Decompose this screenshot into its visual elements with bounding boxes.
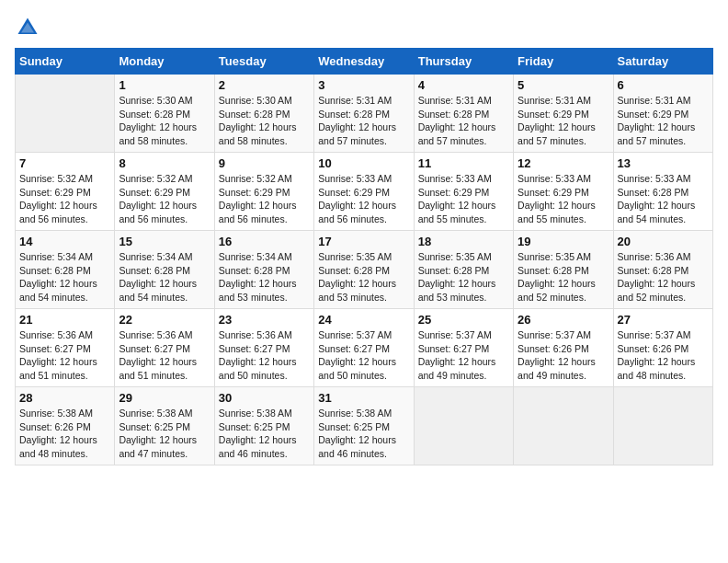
day-number: 22 bbox=[119, 313, 210, 327]
day-number: 24 bbox=[318, 313, 409, 327]
cell-info: Sunrise: 5:35 AM Sunset: 6:28 PM Dayligh… bbox=[318, 250, 409, 304]
logo-icon bbox=[15, 15, 40, 40]
day-number: 20 bbox=[618, 235, 709, 248]
cell-info: Sunrise: 5:31 AM Sunset: 6:29 PM Dayligh… bbox=[518, 94, 609, 148]
calendar-cell: 22Sunrise: 5:36 AM Sunset: 6:27 PM Dayli… bbox=[115, 309, 214, 387]
week-row-4: 21Sunrise: 5:36 AM Sunset: 6:27 PM Dayli… bbox=[16, 309, 713, 387]
logo bbox=[15, 15, 44, 40]
header-row: SundayMondayTuesdayWednesdayThursdayFrid… bbox=[16, 49, 713, 75]
day-number: 30 bbox=[219, 391, 310, 405]
calendar-cell: 15Sunrise: 5:34 AM Sunset: 6:28 PM Dayli… bbox=[115, 231, 214, 309]
day-number: 18 bbox=[418, 235, 509, 248]
calendar-cell: 25Sunrise: 5:37 AM Sunset: 6:27 PM Dayli… bbox=[414, 309, 513, 387]
day-number: 3 bbox=[318, 78, 409, 92]
week-row-1: 1Sunrise: 5:30 AM Sunset: 6:28 PM Daylig… bbox=[16, 75, 713, 153]
day-number: 15 bbox=[119, 235, 210, 248]
cell-info: Sunrise: 5:34 AM Sunset: 6:28 PM Dayligh… bbox=[19, 250, 110, 304]
week-row-5: 28Sunrise: 5:38 AM Sunset: 6:26 PM Dayli… bbox=[16, 387, 713, 465]
cell-info: Sunrise: 5:33 AM Sunset: 6:29 PM Dayligh… bbox=[418, 172, 509, 226]
day-number: 11 bbox=[418, 156, 509, 170]
day-number: 14 bbox=[19, 235, 110, 248]
day-header-tuesday: Tuesday bbox=[214, 49, 313, 75]
cell-info: Sunrise: 5:37 AM Sunset: 6:26 PM Dayligh… bbox=[518, 328, 609, 383]
calendar-cell bbox=[613, 387, 712, 465]
cell-info: Sunrise: 5:36 AM Sunset: 6:27 PM Dayligh… bbox=[19, 328, 110, 383]
day-header-saturday: Saturday bbox=[613, 49, 712, 75]
page-header bbox=[15, 15, 713, 40]
calendar-cell: 28Sunrise: 5:38 AM Sunset: 6:26 PM Dayli… bbox=[16, 387, 115, 465]
calendar-cell: 14Sunrise: 5:34 AM Sunset: 6:28 PM Dayli… bbox=[16, 231, 115, 309]
cell-info: Sunrise: 5:36 AM Sunset: 6:27 PM Dayligh… bbox=[119, 328, 210, 383]
cell-info: Sunrise: 5:37 AM Sunset: 6:26 PM Dayligh… bbox=[618, 328, 709, 383]
calendar-cell: 23Sunrise: 5:36 AM Sunset: 6:27 PM Dayli… bbox=[214, 309, 313, 387]
calendar-cell: 18Sunrise: 5:35 AM Sunset: 6:28 PM Dayli… bbox=[414, 231, 513, 309]
day-header-friday: Friday bbox=[514, 49, 613, 75]
calendar-cell: 7Sunrise: 5:32 AM Sunset: 6:29 PM Daylig… bbox=[16, 153, 115, 231]
cell-info: Sunrise: 5:32 AM Sunset: 6:29 PM Dayligh… bbox=[119, 172, 210, 226]
cell-info: Sunrise: 5:37 AM Sunset: 6:27 PM Dayligh… bbox=[318, 328, 409, 383]
cell-info: Sunrise: 5:31 AM Sunset: 6:28 PM Dayligh… bbox=[318, 94, 409, 148]
calendar-cell: 4Sunrise: 5:31 AM Sunset: 6:28 PM Daylig… bbox=[414, 75, 513, 153]
calendar-cell: 21Sunrise: 5:36 AM Sunset: 6:27 PM Dayli… bbox=[16, 309, 115, 387]
calendar-cell: 12Sunrise: 5:33 AM Sunset: 6:29 PM Dayli… bbox=[514, 153, 613, 231]
cell-info: Sunrise: 5:35 AM Sunset: 6:28 PM Dayligh… bbox=[418, 250, 509, 304]
calendar-cell: 16Sunrise: 5:34 AM Sunset: 6:28 PM Dayli… bbox=[214, 231, 313, 309]
day-number: 13 bbox=[618, 156, 709, 170]
calendar-cell: 9Sunrise: 5:32 AM Sunset: 6:29 PM Daylig… bbox=[214, 153, 313, 231]
cell-info: Sunrise: 5:37 AM Sunset: 6:27 PM Dayligh… bbox=[418, 328, 509, 383]
calendar-cell: 5Sunrise: 5:31 AM Sunset: 6:29 PM Daylig… bbox=[514, 75, 613, 153]
day-number: 28 bbox=[19, 391, 110, 405]
calendar-cell: 8Sunrise: 5:32 AM Sunset: 6:29 PM Daylig… bbox=[115, 153, 214, 231]
day-number: 31 bbox=[318, 391, 409, 405]
cell-info: Sunrise: 5:33 AM Sunset: 6:29 PM Dayligh… bbox=[318, 172, 409, 226]
calendar-cell: 27Sunrise: 5:37 AM Sunset: 6:26 PM Dayli… bbox=[613, 309, 712, 387]
calendar-cell: 20Sunrise: 5:36 AM Sunset: 6:28 PM Dayli… bbox=[613, 231, 712, 309]
calendar-cell: 24Sunrise: 5:37 AM Sunset: 6:27 PM Dayli… bbox=[314, 309, 414, 387]
cell-info: Sunrise: 5:38 AM Sunset: 6:25 PM Dayligh… bbox=[119, 407, 210, 461]
day-number: 8 bbox=[119, 156, 210, 170]
day-header-wednesday: Wednesday bbox=[314, 49, 414, 75]
day-number: 6 bbox=[618, 78, 709, 92]
calendar-cell bbox=[16, 75, 115, 153]
week-row-3: 14Sunrise: 5:34 AM Sunset: 6:28 PM Dayli… bbox=[16, 231, 713, 309]
day-number: 12 bbox=[518, 156, 609, 170]
day-number: 4 bbox=[418, 78, 509, 92]
calendar-cell: 11Sunrise: 5:33 AM Sunset: 6:29 PM Dayli… bbox=[414, 153, 513, 231]
cell-info: Sunrise: 5:38 AM Sunset: 6:25 PM Dayligh… bbox=[219, 407, 310, 461]
cell-info: Sunrise: 5:34 AM Sunset: 6:28 PM Dayligh… bbox=[119, 250, 210, 304]
day-number: 7 bbox=[19, 156, 110, 170]
cell-info: Sunrise: 5:38 AM Sunset: 6:26 PM Dayligh… bbox=[19, 407, 110, 461]
day-header-sunday: Sunday bbox=[16, 49, 115, 75]
calendar-cell: 3Sunrise: 5:31 AM Sunset: 6:28 PM Daylig… bbox=[314, 75, 414, 153]
day-number: 27 bbox=[618, 313, 709, 327]
cell-info: Sunrise: 5:32 AM Sunset: 6:29 PM Dayligh… bbox=[19, 172, 110, 226]
cell-info: Sunrise: 5:31 AM Sunset: 6:28 PM Dayligh… bbox=[418, 94, 509, 148]
calendar-cell: 31Sunrise: 5:38 AM Sunset: 6:25 PM Dayli… bbox=[314, 387, 414, 465]
cell-info: Sunrise: 5:36 AM Sunset: 6:27 PM Dayligh… bbox=[219, 328, 310, 383]
cell-info: Sunrise: 5:33 AM Sunset: 6:28 PM Dayligh… bbox=[618, 172, 709, 226]
day-number: 10 bbox=[318, 156, 409, 170]
calendar-cell: 1Sunrise: 5:30 AM Sunset: 6:28 PM Daylig… bbox=[115, 75, 214, 153]
day-number: 9 bbox=[219, 156, 310, 170]
calendar-cell bbox=[414, 387, 513, 465]
day-header-monday: Monday bbox=[115, 49, 214, 75]
calendar-cell: 17Sunrise: 5:35 AM Sunset: 6:28 PM Dayli… bbox=[314, 231, 414, 309]
day-number: 17 bbox=[318, 235, 409, 248]
day-header-thursday: Thursday bbox=[414, 49, 513, 75]
day-number: 19 bbox=[518, 235, 609, 248]
cell-info: Sunrise: 5:35 AM Sunset: 6:28 PM Dayligh… bbox=[518, 250, 609, 304]
calendar-cell: 6Sunrise: 5:31 AM Sunset: 6:29 PM Daylig… bbox=[613, 75, 712, 153]
calendar-cell: 2Sunrise: 5:30 AM Sunset: 6:28 PM Daylig… bbox=[214, 75, 313, 153]
cell-info: Sunrise: 5:34 AM Sunset: 6:28 PM Dayligh… bbox=[219, 250, 310, 304]
cell-info: Sunrise: 5:38 AM Sunset: 6:25 PM Dayligh… bbox=[318, 407, 409, 461]
calendar-table: SundayMondayTuesdayWednesdayThursdayFrid… bbox=[15, 48, 713, 465]
day-number: 5 bbox=[518, 78, 609, 92]
day-number: 29 bbox=[119, 391, 210, 405]
calendar-cell: 13Sunrise: 5:33 AM Sunset: 6:28 PM Dayli… bbox=[613, 153, 712, 231]
cell-info: Sunrise: 5:30 AM Sunset: 6:28 PM Dayligh… bbox=[219, 94, 310, 148]
week-row-2: 7Sunrise: 5:32 AM Sunset: 6:29 PM Daylig… bbox=[16, 153, 713, 231]
cell-info: Sunrise: 5:30 AM Sunset: 6:28 PM Dayligh… bbox=[119, 94, 210, 148]
calendar-cell: 26Sunrise: 5:37 AM Sunset: 6:26 PM Dayli… bbox=[514, 309, 613, 387]
cell-info: Sunrise: 5:32 AM Sunset: 6:29 PM Dayligh… bbox=[219, 172, 310, 226]
cell-info: Sunrise: 5:33 AM Sunset: 6:29 PM Dayligh… bbox=[518, 172, 609, 226]
